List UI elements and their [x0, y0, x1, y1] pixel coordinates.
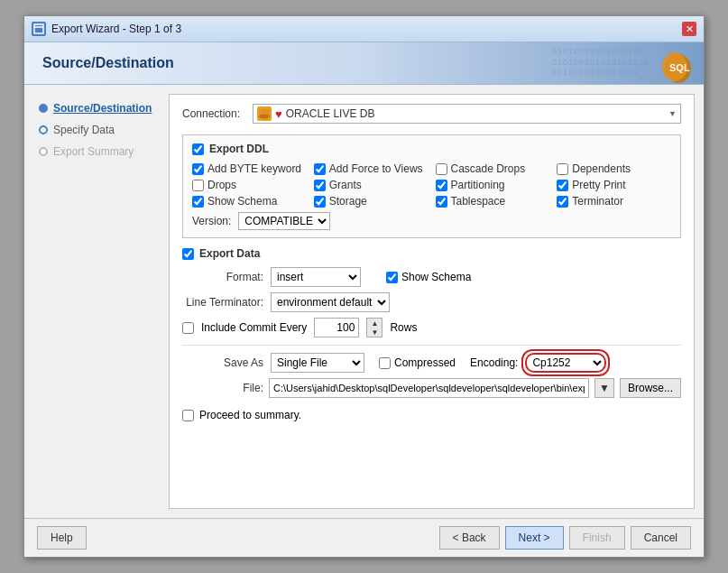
file-path-input[interactable] [269, 378, 589, 398]
include-commit-checkbox[interactable] [182, 322, 194, 334]
cascade-drops-item: Cascade Drops [436, 162, 550, 175]
encoding-label: Encoding: [470, 356, 518, 369]
sidebar-label-source: Source/Destination [53, 102, 152, 115]
dependents-label: Dependents [572, 162, 631, 175]
export-data-label: Export Data [199, 247, 260, 260]
finish-button[interactable]: Finish [569, 526, 625, 550]
grants-item: Grants [314, 179, 429, 191]
add-force-checkbox[interactable] [314, 163, 326, 175]
dependents-item: Dependents [557, 162, 671, 175]
export-data-header: Export Data [182, 247, 681, 260]
sidebar: Source/Destination Specify Data Export S… [33, 94, 160, 509]
partitioning-checkbox[interactable] [436, 180, 447, 191]
close-button[interactable]: ✕ [682, 22, 696, 36]
storage-checkbox[interactable] [314, 196, 326, 208]
connection-row: Connection: ♥ ORACLE LIVE DB ▼ [182, 104, 681, 124]
svg-rect-0 [34, 24, 43, 33]
show-schema-ddl-checkbox[interactable] [192, 196, 204, 208]
drops-label: Drops [207, 179, 236, 191]
header-logo: SQL [647, 47, 696, 85]
add-byte-label: Add BYTE keyword [207, 162, 301, 175]
terminator-label: Terminator [572, 195, 623, 208]
storage-label: Storage [329, 195, 367, 208]
header: Source/Destination 010100101010101010101… [24, 42, 704, 85]
tablespace-label: Tablespace [451, 195, 506, 208]
format-label: Format: [182, 271, 263, 283]
proceed-label: Proceed to summary. [199, 409, 301, 421]
tablespace-item: Tablespace [436, 195, 550, 208]
terminator-checkbox[interactable] [557, 196, 568, 208]
commit-up-button[interactable]: ▲ [367, 319, 382, 328]
step-dot-3 [39, 147, 48, 156]
sidebar-label-summary: Export Summary [53, 145, 134, 158]
cascade-drops-checkbox[interactable] [436, 163, 447, 175]
connection-dropdown-arrow: ▼ [668, 109, 677, 118]
show-schema-data-checkbox[interactable] [386, 272, 398, 283]
ddl-options-grid: Add BYTE keyword Add Force to Views Casc… [192, 162, 671, 208]
content-area: Source/Destination Specify Data Export S… [24, 85, 704, 518]
export-ddl-header: Export DDL [192, 143, 671, 155]
svg-point-7 [259, 115, 270, 119]
save-file-section: Save As Single File Separate Files Compr… [182, 345, 681, 398]
commit-row: Include Commit Every ▲ ▼ Rows [182, 318, 681, 337]
include-commit-label: Include Commit Every [201, 321, 307, 334]
partitioning-item: Partitioning [436, 179, 550, 191]
pretty-print-checkbox[interactable] [557, 180, 568, 191]
add-byte-item: Add BYTE keyword [192, 162, 307, 175]
format-select[interactable]: insert [271, 267, 361, 287]
add-force-label: Add Force to Views [329, 162, 423, 175]
browse-button[interactable]: Browse... [620, 378, 681, 398]
title-bar-left: Export Wizard - Step 1 of 3 [32, 22, 181, 36]
compressed-checkbox[interactable] [379, 357, 391, 369]
file-row: File: ▼ Browse... [182, 378, 681, 398]
add-byte-checkbox[interactable] [192, 163, 204, 175]
wizard-window: Export Wizard - Step 1 of 3 ✕ Source/Des… [23, 15, 705, 558]
file-label: File: [182, 382, 263, 394]
footer-right: < Back Next > Finish Cancel [439, 526, 691, 550]
version-select[interactable]: COMPATIBLE [238, 212, 330, 230]
cancel-button[interactable]: Cancel [631, 526, 691, 550]
export-ddl-checkbox[interactable] [192, 143, 204, 155]
sidebar-item-specify[interactable]: Specify Data [33, 120, 160, 140]
export-ddl-label: Export DDL [209, 143, 269, 155]
partitioning-label: Partitioning [451, 179, 505, 191]
file-dropdown-button[interactable]: ▼ [594, 378, 614, 398]
export-data-checkbox[interactable] [182, 248, 194, 260]
save-as-select[interactable]: Single File Separate Files [271, 353, 364, 373]
add-force-item: Add Force to Views [314, 162, 429, 175]
save-as-label: Save As [182, 356, 263, 369]
connection-input[interactable]: ♥ ORACLE LIVE DB ▼ [253, 104, 681, 124]
version-row: Version: COMPATIBLE [192, 212, 671, 230]
grants-label: Grants [329, 179, 362, 191]
line-terminator-label: Line Terminator: [182, 296, 263, 309]
next-button[interactable]: Next > [505, 526, 564, 550]
help-button[interactable]: Help [37, 526, 87, 550]
header-bg-decoration: 0101001010101010101010010101010101010100… [552, 47, 650, 79]
sidebar-item-summary: Export Summary [33, 142, 160, 162]
line-terminator-select[interactable]: environment default [271, 292, 390, 312]
export-data-section: Export Data Format: insert Show Schema L… [182, 247, 681, 337]
drops-checkbox[interactable] [192, 180, 204, 191]
cascade-drops-label: Cascade Drops [451, 162, 526, 175]
encoding-select[interactable]: Cp1252 [525, 353, 606, 373]
grants-checkbox[interactable] [314, 180, 326, 191]
proceed-checkbox[interactable] [182, 410, 194, 421]
storage-item: Storage [314, 195, 429, 208]
commit-value-input[interactable] [314, 318, 359, 337]
compressed-label: Compressed [394, 356, 456, 369]
pretty-print-item: Pretty Print [557, 179, 671, 191]
connection-value: ORACLE LIVE DB [286, 107, 665, 120]
sidebar-item-source[interactable]: Source/Destination [33, 98, 160, 118]
commit-spinner: ▲ ▼ [366, 318, 382, 337]
back-button[interactable]: < Back [439, 526, 500, 550]
commit-down-button[interactable]: ▼ [367, 328, 382, 337]
tablespace-checkbox[interactable] [436, 196, 447, 208]
main-panel: Connection: ♥ ORACLE LIVE DB ▼ [169, 94, 695, 509]
export-ddl-section: Export DDL Add BYTE keyword Add Force to… [182, 134, 681, 238]
sidebar-label-specify: Specify Data [53, 124, 115, 136]
dependents-checkbox[interactable] [557, 163, 568, 175]
pretty-print-label: Pretty Print [572, 179, 625, 191]
window-title: Export Wizard - Step 1 of 3 [51, 23, 181, 35]
terminator-item: Terminator [557, 195, 671, 208]
footer: Help < Back Next > Finish Cancel [24, 518, 704, 557]
